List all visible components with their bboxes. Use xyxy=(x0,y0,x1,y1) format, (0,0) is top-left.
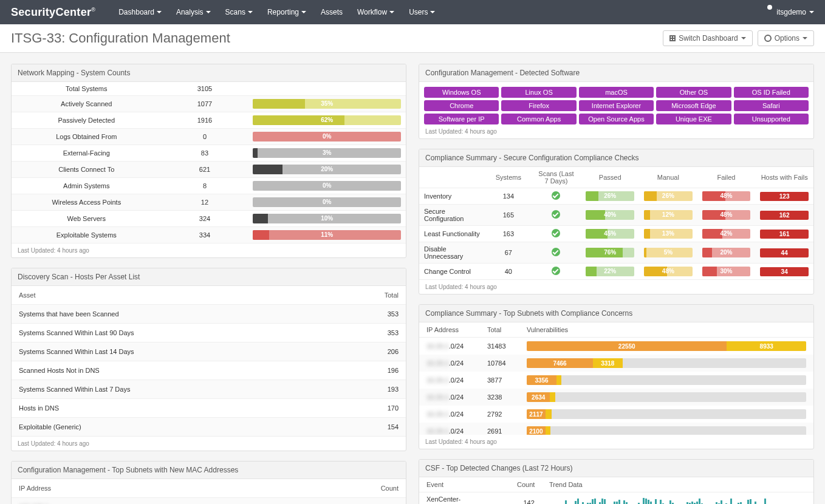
table-row[interactable]: Change Control4022%48%30%34 xyxy=(419,264,813,280)
panel-title: Configuration Management - Top Subnets w… xyxy=(12,461,406,479)
col-ip: IP Address xyxy=(426,326,481,333)
list-item[interactable]: Exploitable (Generic)154 xyxy=(12,418,406,437)
software-pill[interactable]: Software per IP xyxy=(424,114,499,124)
list-item[interactable]: Scanned Hosts Not in DNS196 xyxy=(12,361,406,380)
table-row[interactable]: 10.20.1.0/2431483225508933 xyxy=(419,338,813,355)
panel-detected-software: Configuration Management - Detected Soft… xyxy=(419,64,814,139)
chevron-down-icon xyxy=(157,11,162,13)
table-row[interactable]: 10.20.1.0/2427922117 xyxy=(419,406,813,423)
panel-discovery-scan: Discovery Scan - Hosts Per Asset List As… xyxy=(11,268,406,451)
chevron-down-icon xyxy=(430,11,435,13)
nav-links: DashboardAnalysisScansReportingAssetsWor… xyxy=(112,4,766,20)
panel-title: Discovery Scan - Hosts Per Asset List xyxy=(12,268,406,286)
user-name: itsgdemo xyxy=(776,8,806,16)
table-row[interactable]: Actively Scanned107735% xyxy=(12,96,406,112)
col-count: Count xyxy=(517,481,544,488)
table-row[interactable]: Admin Systems80% xyxy=(12,178,406,194)
switch-dashboard-button[interactable]: Switch Dashboard xyxy=(663,30,752,46)
panel-title: CSF - Top Detected Changes (Last 72 Hour… xyxy=(419,460,813,477)
chevron-down-icon xyxy=(301,11,306,13)
panel-title: Network Mapping - System Counts xyxy=(12,64,406,82)
table-row[interactable]: Clients Connect To62120% xyxy=(12,162,406,178)
chevron-down-icon xyxy=(741,37,746,39)
table-row[interactable]: 10.20.1.0/2426912100 xyxy=(419,423,813,435)
col-total: Total xyxy=(385,291,399,299)
panel-compliance-subnets: Compliance Summary - Top Subnets with Co… xyxy=(419,304,814,449)
list-item[interactable]: Systems Scanned Within Last 90 Days353 xyxy=(12,324,406,342)
software-pill[interactable]: Open Source Apps xyxy=(579,114,654,124)
list-item[interactable]: Systems that have been Scanned353 xyxy=(12,305,406,324)
last-updated: Last Updated: 4 hours ago xyxy=(419,124,813,138)
nav-reporting[interactable]: Reporting xyxy=(261,4,312,20)
nav-assets[interactable]: Assets xyxy=(315,4,349,20)
brand-logo: SecurityCenter® xyxy=(11,6,95,19)
last-updated: Last Updated: 4 hours ago xyxy=(419,435,813,449)
list-item[interactable]: Systems Scanned Within Last 7 Days193 xyxy=(12,380,406,399)
table-row[interactable]: Least Functionality16345%13%42%161 xyxy=(419,226,813,242)
software-pill[interactable]: Linux OS xyxy=(501,87,576,98)
user-icon xyxy=(766,8,773,16)
software-pill[interactable]: Firefox xyxy=(501,100,576,111)
page-title: ITSG-33: Configuration Management xyxy=(11,30,658,46)
nav-users[interactable]: Users xyxy=(403,4,441,20)
list-item[interactable]: Hosts in DNS170 xyxy=(12,399,406,418)
software-pill[interactable]: Chrome xyxy=(424,100,499,111)
col-ip: IP Address xyxy=(19,485,51,492)
software-pill[interactable]: Other OS xyxy=(656,87,731,98)
table-row[interactable]: 10.20.1.0/241078474663318 xyxy=(419,355,813,372)
table-row[interactable]: Wireless Access Points120% xyxy=(12,194,406,211)
panel-title: Compliance Summary - Secure Configuratio… xyxy=(419,149,813,167)
page-header: ITSG-33: Configuration Management Switch… xyxy=(0,24,825,53)
col-vuln: Vulnerabilities xyxy=(527,326,806,333)
panel-csf-changes: CSF - Top Detected Changes (Last 72 Hour… xyxy=(419,459,814,504)
table-row[interactable]: Logs Obtained From00% xyxy=(12,129,406,145)
col-total: Total xyxy=(487,326,521,333)
table-row[interactable]: Disable Unnecessary6776%5%20%44 xyxy=(419,242,813,264)
nav-analysis[interactable]: Analysis xyxy=(170,4,217,20)
software-pill[interactable]: Internet Explorer xyxy=(579,100,654,111)
compliance-table: SystemsScans (Last 7 Days)PassedManualFa… xyxy=(419,167,813,280)
network-mapping-table: Total Systems3105Actively Scanned107735%… xyxy=(12,82,406,243)
software-pill[interactable]: Unique EXE xyxy=(656,114,731,124)
table-row[interactable]: Secure Configuration16540%12%48%162 xyxy=(419,205,813,226)
table-row[interactable]: 10.20.1.0/2438773356 xyxy=(419,372,813,389)
list-item[interactable]: 192.168.1.0/24158 xyxy=(12,498,406,504)
table-row[interactable]: Inventory13426%26%48%123 xyxy=(419,188,813,205)
table-row[interactable]: Web Servers32410% xyxy=(12,211,406,227)
check-icon xyxy=(552,267,560,275)
chevron-down-icon xyxy=(248,11,253,13)
table-row[interactable]: External-Facing833% xyxy=(12,145,406,162)
software-pill[interactable]: Common Apps xyxy=(501,114,576,124)
col-asset: Asset xyxy=(19,291,36,299)
last-updated: Last Updated: 4 hours ago xyxy=(12,437,406,451)
table-row[interactable]: XenCenter-Virtual_Interface_Configuratio… xyxy=(419,492,813,504)
panel-mac-addresses: Configuration Management - Top Subnets w… xyxy=(11,461,406,504)
top-nav: SecurityCenter® DashboardAnalysisScansRe… xyxy=(0,0,825,24)
nav-workflow[interactable]: Workflow xyxy=(351,4,400,20)
chevron-down-icon xyxy=(389,11,394,13)
user-menu[interactable]: itsgdemo xyxy=(766,8,814,16)
list-item[interactable]: Systems Scanned Within Last 14 Days206 xyxy=(12,342,406,361)
software-pill[interactable]: OS ID Failed xyxy=(734,87,809,98)
check-icon xyxy=(552,229,560,237)
sparkline xyxy=(555,496,806,504)
software-pill[interactable]: Unsupported xyxy=(734,114,809,124)
chevron-down-icon xyxy=(809,11,814,13)
nav-dashboard[interactable]: Dashboard xyxy=(112,4,168,20)
software-pill[interactable]: Windows OS xyxy=(424,87,499,98)
chevron-down-icon xyxy=(206,11,211,13)
table-row[interactable]: Passively Detected191662% xyxy=(12,112,406,129)
col-trend: Trend Data xyxy=(549,481,806,488)
software-pill[interactable]: Safari xyxy=(734,100,809,111)
table-row[interactable]: 10.20.1.0/2432382634 xyxy=(419,389,813,406)
last-updated: Last Updated: 4 hours ago xyxy=(12,243,406,257)
table-row[interactable]: Exploitable Systems33411% xyxy=(12,227,406,243)
col-count: Count xyxy=(381,485,399,492)
options-button[interactable]: Options xyxy=(758,30,814,46)
nav-scans[interactable]: Scans xyxy=(219,4,259,20)
software-pill[interactable]: macOS xyxy=(579,87,654,98)
panel-title: Configuration Management - Detected Soft… xyxy=(419,64,813,82)
panel-compliance-checks: Compliance Summary - Secure Configuratio… xyxy=(419,149,814,295)
check-icon xyxy=(552,191,560,200)
software-pill[interactable]: Microsoft Edge xyxy=(656,100,731,111)
